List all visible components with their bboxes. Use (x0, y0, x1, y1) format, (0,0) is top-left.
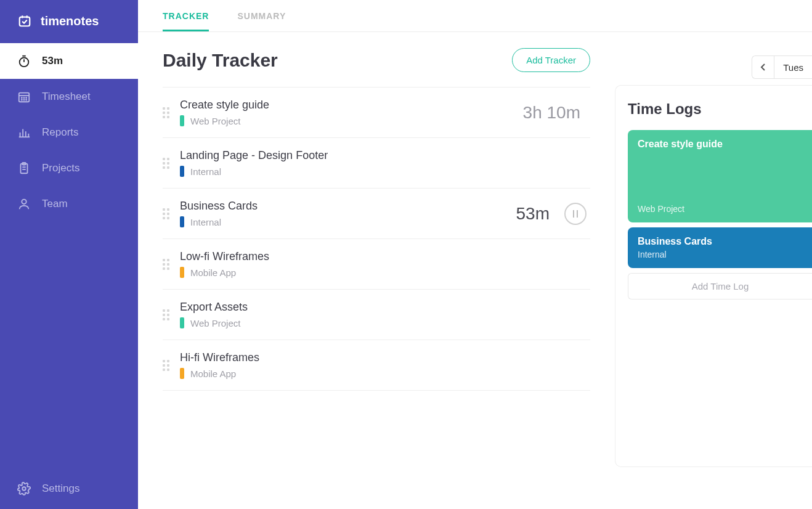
page-title: Daily Tracker (163, 50, 278, 71)
tracker-row[interactable]: Hi-fi Wireframes Mobile App (163, 340, 590, 391)
svg-point-12 (23, 99, 24, 100)
svg-point-9 (23, 97, 24, 98)
tracker-info: Low-fi Wireframes Mobile App (180, 250, 587, 278)
tracker-info: Export Assets Web Project (180, 301, 587, 328)
left-panel: Daily Tracker Add Tracker Create style g… (163, 48, 590, 509)
date-label: Tues (774, 62, 812, 73)
time-logs-panel: Time Logs Create style guide Web Project… (615, 85, 812, 467)
calendar-grid-icon (17, 90, 31, 104)
drag-handle-icon[interactable] (163, 309, 171, 320)
main: TRACKER SUMMARY Daily Tracker Add Tracke… (138, 0, 812, 509)
project-name: Mobile App (190, 369, 236, 379)
project-color-swatch (180, 317, 184, 328)
tracker-row[interactable]: Landing Page - Design Footer Internal (163, 138, 590, 189)
add-tracker-button[interactable]: Add Tracker (512, 48, 590, 72)
tracker-title: Low-fi Wireframes (180, 250, 587, 263)
tab-summary[interactable]: SUMMARY (237, 11, 286, 31)
svg-point-11 (22, 99, 22, 100)
tabs: TRACKER SUMMARY (138, 0, 812, 32)
sidebar-item-timer[interactable]: 53m (0, 43, 138, 79)
sidebar: timenotes 53m (0, 0, 138, 509)
log-title: Create style guide (638, 139, 802, 150)
sidebar-item-timesheet[interactable]: Timesheet (0, 79, 138, 115)
tracker-title: Hi-fi Wireframes (180, 351, 587, 364)
sidebar-timer-label: 53m (42, 55, 63, 67)
header-row: Daily Tracker Add Tracker (163, 48, 590, 72)
tab-tracker[interactable]: TRACKER (163, 11, 209, 31)
sidebar-item-label: Team (42, 198, 68, 210)
tracker-project: Internal (180, 166, 587, 177)
tracker-project: Web Project (180, 317, 587, 328)
brand: timenotes (0, 0, 138, 39)
project-name: Web Project (190, 116, 240, 126)
project-color-swatch (180, 216, 184, 227)
tracker-time: 3h 10m (523, 103, 580, 123)
tracker-time: 53m (516, 204, 550, 224)
tracker-project: Internal (180, 216, 508, 227)
project-color-swatch (180, 368, 184, 379)
project-color-swatch (180, 166, 184, 177)
content: Daily Tracker Add Tracker Create style g… (138, 32, 812, 509)
tracker-project: Web Project (180, 115, 514, 126)
time-log-card[interactable]: Create style guide Web Project (628, 130, 812, 222)
tracker-project: Mobile App (180, 368, 587, 379)
svg-point-24 (22, 487, 26, 491)
header-actions: Add Tracker (512, 48, 590, 72)
bar-chart-icon (17, 126, 31, 139)
date-prev-button[interactable] (752, 56, 774, 78)
tracker-row[interactable]: Export Assets Web Project (163, 290, 590, 340)
drag-handle-icon[interactable] (163, 208, 171, 219)
tracker-info: Business Cards Internal (180, 200, 508, 227)
sidebar-item-projects[interactable]: Projects (0, 150, 138, 186)
tracker-title: Business Cards (180, 200, 508, 213)
svg-rect-0 (20, 17, 30, 26)
tracker-info: Create style guide Web Project (180, 99, 514, 126)
user-icon (17, 197, 31, 211)
svg-point-23 (22, 200, 26, 204)
log-title: Business Cards (638, 236, 802, 247)
sidebar-item-label: Reports (42, 126, 79, 139)
add-time-log-button[interactable]: Add Time Log (628, 273, 812, 299)
tracker-list: Create style guide Web Project 3h 10m La… (163, 87, 590, 391)
sidebar-item-settings[interactable]: Settings (0, 471, 138, 509)
sidebar-item-team[interactable]: Team (0, 186, 138, 222)
sidebar-item-reports[interactable]: Reports (0, 115, 138, 150)
stopwatch-icon (17, 54, 31, 68)
drag-handle-icon[interactable] (163, 107, 171, 118)
tracker-title: Landing Page - Design Footer (180, 149, 587, 162)
project-color-swatch (180, 115, 184, 126)
svg-point-8 (22, 97, 22, 98)
sidebar-item-label: Timesheet (42, 91, 91, 103)
clipboard-icon (17, 161, 31, 175)
tracker-row[interactable]: Create style guide Web Project 3h 10m (163, 88, 590, 138)
drag-handle-icon[interactable] (163, 259, 171, 270)
brand-text: timenotes (41, 14, 99, 28)
tracker-row[interactable]: Low-fi Wireframes Mobile App (163, 239, 590, 290)
log-sub: Internal (638, 250, 802, 259)
project-color-swatch (180, 267, 184, 278)
tracker-row[interactable]: Business Cards Internal 53m (163, 189, 590, 239)
gear-icon (17, 482, 31, 495)
nav: 53m Timesheet (0, 43, 138, 509)
log-sub: Web Project (638, 204, 802, 214)
time-log-card[interactable]: Business Cards Internal (628, 227, 812, 268)
drag-handle-icon[interactable] (163, 360, 171, 371)
project-name: Mobile App (190, 267, 236, 278)
date-nav: Tues (752, 55, 812, 79)
tracker-project: Mobile App (180, 267, 587, 278)
sidebar-settings-label: Settings (42, 483, 79, 495)
project-name: Internal (190, 217, 221, 227)
tracker-title: Export Assets (180, 301, 587, 314)
project-name: Web Project (190, 318, 240, 328)
svg-point-13 (26, 99, 26, 100)
project-name: Internal (190, 166, 221, 177)
drag-handle-icon[interactable] (163, 158, 171, 169)
log-cards: Create style guide Web Project Business … (628, 130, 812, 268)
tracker-info: Landing Page - Design Footer Internal (180, 149, 587, 177)
sidebar-item-label: Projects (42, 162, 79, 174)
tracker-info: Hi-fi Wireframes Mobile App (180, 351, 587, 379)
pause-button[interactable] (564, 203, 587, 225)
tracker-title: Create style guide (180, 99, 514, 112)
logo-icon (17, 14, 32, 28)
svg-point-10 (26, 97, 26, 98)
